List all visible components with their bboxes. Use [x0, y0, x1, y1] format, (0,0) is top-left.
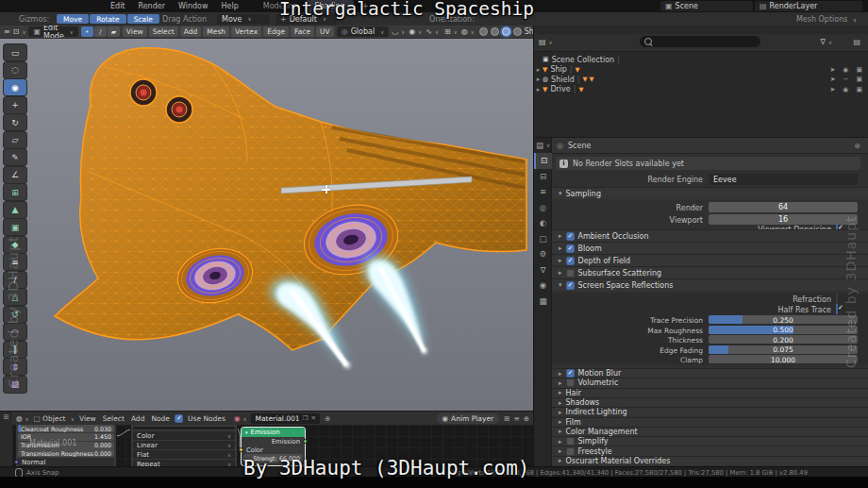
- header-icon[interactable]: ⊕: [524, 414, 529, 423]
- shader-menu-item[interactable]: View: [79, 414, 96, 423]
- header-icon-dropdown[interactable]: ◉: [409, 27, 422, 36]
- filter-icon[interactable]: ∇: [821, 38, 832, 46]
- panel-arrow[interactable]: ▸: [559, 232, 562, 240]
- panel-arrow[interactable]: ▸: [559, 409, 562, 416]
- properties-tab[interactable]: ◉: [534, 278, 552, 294]
- object-name[interactable]: Drive: [550, 85, 570, 93]
- render-visibility-icon[interactable]: ▣: [856, 86, 862, 93]
- header-icon-dropdown[interactable]: ◡: [392, 27, 405, 36]
- properties-tab[interactable]: ⊟: [534, 169, 552, 185]
- mode-dropdown[interactable]: ▣ Edit Mode: [28, 26, 77, 37]
- selectable-icon[interactable]: ➤: [829, 86, 835, 93]
- slider-field[interactable]: 0.250: [709, 315, 858, 324]
- half-res-checkbox[interactable]: [836, 304, 838, 314]
- collapse-menus-icon[interactable]: ≡: [4, 27, 10, 36]
- mesh-options-dropdown[interactable]: Mesh Options: [796, 15, 857, 24]
- shading-sphere[interactable]: [479, 27, 488, 36]
- gizmo-toggle[interactable]: Scale: [127, 14, 159, 24]
- panel-arrow[interactable]: ▸: [559, 438, 562, 446]
- viewport-menu-item[interactable]: Vertex: [231, 26, 261, 37]
- panel-arrow[interactable]: ▸: [559, 269, 562, 277]
- viewport-menu-item[interactable]: Mesh: [203, 26, 229, 37]
- drag-action-dropdown[interactable]: Move: [217, 14, 270, 25]
- sampling-panel-header[interactable]: ▾ Sampling: [552, 187, 868, 199]
- slider-field[interactable]: 0.075: [709, 345, 858, 354]
- scene-selector[interactable]: ▣ Scene: [660, 1, 753, 11]
- panel-arrow[interactable]: ▸: [559, 389, 562, 396]
- toolbar-tool[interactable]: +: [4, 97, 26, 113]
- panel-arrow[interactable]: ▸: [559, 257, 562, 264]
- collapsed-panel-header[interactable]: ▸ Volumetric: [552, 378, 868, 387]
- panel-arrow[interactable]: ▸: [559, 370, 562, 378]
- panel-checkbox[interactable]: [566, 232, 575, 241]
- panel-arrow[interactable]: ▸: [559, 418, 562, 426]
- node-dropdown[interactable]: Repeat ∨: [133, 460, 235, 466]
- properties-tab[interactable]: ◐: [534, 215, 552, 231]
- emission-node-header[interactable]: ▾Emission: [242, 428, 305, 437]
- normal-socket[interactable]: [14, 460, 19, 464]
- header-icon[interactable]: ⊞: [504, 414, 509, 423]
- panel-arrow[interactable]: ▸: [559, 447, 562, 455]
- header-icon-dropdown[interactable]: ∿: [426, 27, 439, 36]
- use-nodes-checkbox[interactable]: [175, 414, 183, 423]
- slider-field[interactable]: 0.500: [709, 326, 858, 334]
- copy-material-icon[interactable]: ❐: [303, 414, 309, 422]
- panel-checkbox[interactable]: [566, 379, 575, 387]
- viewport-menu-item[interactable]: Add: [180, 26, 202, 37]
- visibility-eye-icon[interactable]: ◉: [843, 86, 848, 93]
- collapsed-panel-header[interactable]: ▸ Simplify: [552, 436, 868, 446]
- viewport-menu-item[interactable]: Select: [149, 26, 178, 37]
- panel-checkbox[interactable]: [566, 269, 575, 278]
- collapsed-panel-header[interactable]: ▸ Hair: [552, 388, 868, 397]
- slider-field[interactable]: 10.000: [709, 355, 858, 363]
- panel-arrow[interactable]: ▸: [559, 457, 562, 464]
- material-name-field[interactable]: Material.001 ❐ ✕: [251, 413, 319, 424]
- outliner-editor-icon[interactable]: ▤: [539, 38, 553, 46]
- collapsed-panel-header[interactable]: ▸ Freestyle: [552, 446, 868, 455]
- render-visibility-icon[interactable]: ▣: [856, 76, 862, 83]
- properties-tab[interactable]: ◎: [534, 200, 552, 216]
- collapsed-panel-header[interactable]: ▸ Film: [552, 417, 868, 427]
- panel-checkbox[interactable]: [566, 281, 575, 290]
- node-value-field[interactable]: Clearcoat Roughness 0.030: [18, 425, 114, 432]
- 3d-viewport[interactable]: Created by 3DHaupt: [0, 39, 533, 411]
- collapsed-panel-header[interactable]: ▸ Motion Blur: [552, 368, 868, 378]
- menubar-item[interactable]: Edit: [104, 0, 132, 12]
- toolbar-tool[interactable]: ▭: [4, 44, 26, 60]
- menubar-item[interactable]: Render: [132, 0, 172, 12]
- anim-player-button[interactable]: ◉ Anim Player: [437, 413, 500, 424]
- visibility-eye-icon[interactable]: −: [843, 76, 849, 83]
- toolbar-tool[interactable]: ▱: [4, 132, 26, 148]
- image-name-field[interactable]: [133, 427, 235, 429]
- panel-checkbox[interactable]: [566, 437, 575, 446]
- panel-arrow[interactable]: ▸: [559, 379, 562, 387]
- render-samples-field[interactable]: 64: [709, 202, 858, 212]
- toolbar-tool[interactable]: ◌: [4, 62, 26, 78]
- expand-arrow[interactable]: ▸: [534, 86, 542, 93]
- panel-checkbox[interactable]: [566, 369, 575, 378]
- render-engine-dropdown[interactable]: Eevee: [709, 174, 858, 185]
- effect-panel-header[interactable]: ▸ Depth of Field: [552, 254, 868, 266]
- properties-tab[interactable]: ⚙: [534, 246, 552, 262]
- header-icon[interactable]: ≡: [513, 414, 519, 423]
- material-sphere-icon[interactable]: ◉: [234, 414, 247, 423]
- object-name[interactable]: Ship: [550, 65, 566, 74]
- toolbar-tool[interactable]: ↻: [4, 114, 26, 130]
- properties-editor-icon[interactable]: ▤: [534, 138, 552, 153]
- select-mode-button[interactable]: ▰: [108, 26, 120, 37]
- collapsed-panel-header[interactable]: ▸ Indirect Lighting: [552, 407, 868, 416]
- emission-output-socket[interactable]: [303, 439, 308, 444]
- overlay-toggle-icon[interactable]: ◍: [461, 27, 475, 36]
- panel-arrow[interactable]: ▸: [559, 428, 562, 435]
- properties-tab[interactable]: ∇: [534, 262, 552, 278]
- display-mode-icon[interactable]: ▤: [853, 38, 860, 46]
- node-value-field[interactable]: Transmission Roughness 0.000: [18, 449, 114, 457]
- shading-sphere[interactable]: [513, 27, 522, 36]
- menubar-item[interactable]: Window: [172, 0, 215, 12]
- pin-icon[interactable]: ⊕: [325, 414, 330, 423]
- viewport-menu-item[interactable]: View: [123, 26, 147, 37]
- shading-sphere[interactable]: [491, 27, 499, 36]
- render-layer-selector[interactable]: ▤ RenderLayer: [755, 1, 862, 11]
- panel-checkbox[interactable]: [566, 257, 575, 265]
- panel-checkbox[interactable]: [566, 244, 575, 253]
